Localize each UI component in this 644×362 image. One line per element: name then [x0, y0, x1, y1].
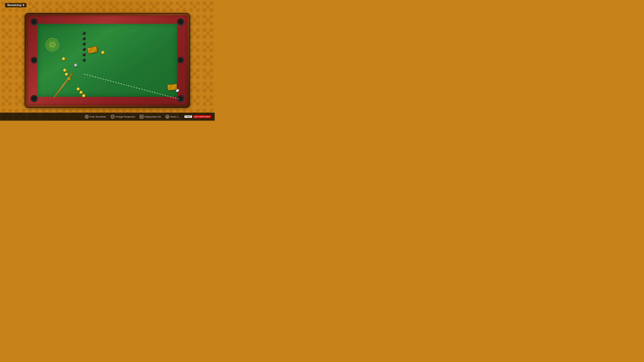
hud-enter-shot: ✕ Enter Shot Mode	[85, 115, 106, 118]
hud-change-perspective-label: Change Perspective	[116, 115, 135, 118]
hud-change-perspective: □ Change Perspective	[111, 115, 135, 118]
obstacle-2	[167, 84, 178, 91]
ball-yellow-2	[101, 51, 105, 54]
ball-black-2	[82, 37, 86, 40]
pocket-mid-left	[31, 57, 37, 63]
ball-black-4	[82, 48, 86, 51]
btn-square-icon: □	[111, 115, 114, 118]
pocket-mid-right	[178, 57, 184, 63]
pool-table	[25, 13, 190, 107]
remaining-label: Remaining:	[8, 4, 22, 6]
ball-yellow-8	[82, 94, 86, 97]
ball-gray-cue	[74, 64, 78, 67]
table-felt	[37, 24, 178, 97]
pocket-bottom-left	[30, 95, 38, 102]
pocket-top-right	[177, 18, 184, 25]
hud-reset: △ Reset S...	[166, 115, 180, 118]
pocket-bottom-right	[177, 95, 184, 102]
table-outer-border	[25, 13, 190, 107]
pocket-top-left	[30, 18, 38, 25]
hud-bar: ✕ Enter Shot Mode □ Change Perspective L…	[0, 113, 215, 121]
ball-black-1	[82, 31, 86, 34]
remaining-count: 8	[23, 4, 24, 6]
ball-yellow-4	[65, 73, 68, 76]
gg-number: 411	[194, 116, 198, 118]
cue-aim-indicator	[46, 38, 59, 51]
ball-yellow-3	[63, 69, 66, 72]
gamer-guides-badge: 411 GAMER GUIDES	[193, 115, 211, 118]
hud-reset-label: Reset S...	[170, 115, 180, 118]
obstacle-1	[87, 46, 98, 54]
hud-display-hide-label: Display/Hide Info	[144, 115, 161, 118]
sega-logo: © SEGA	[184, 115, 192, 118]
ball-yellow-1	[62, 57, 66, 61]
ball-yellow-6	[77, 87, 80, 91]
btn-l1-icon: L1	[140, 115, 144, 118]
hud-display-hide: L1 Display/Hide Info	[140, 115, 161, 118]
trajectory-line	[37, 24, 182, 101]
svg-line-0	[84, 74, 180, 99]
ball-black-3	[82, 42, 86, 45]
remaining-counter: Remaining: 8	[5, 3, 26, 7]
table-rail	[27, 15, 188, 105]
cue-ring-center	[52, 44, 53, 45]
ball-yellow-7	[80, 91, 83, 94]
gg-text: GAMER GUIDES	[198, 116, 210, 117]
btn-x-icon: ✕	[85, 115, 88, 118]
ball-black-6	[82, 58, 86, 61]
btn-triangle-icon: △	[166, 115, 169, 118]
ball-black-5	[82, 53, 86, 56]
watermark: © SEGA 411 GAMER GUIDES	[184, 115, 211, 118]
hud-enter-shot-label: Enter Shot Mode	[90, 115, 106, 118]
